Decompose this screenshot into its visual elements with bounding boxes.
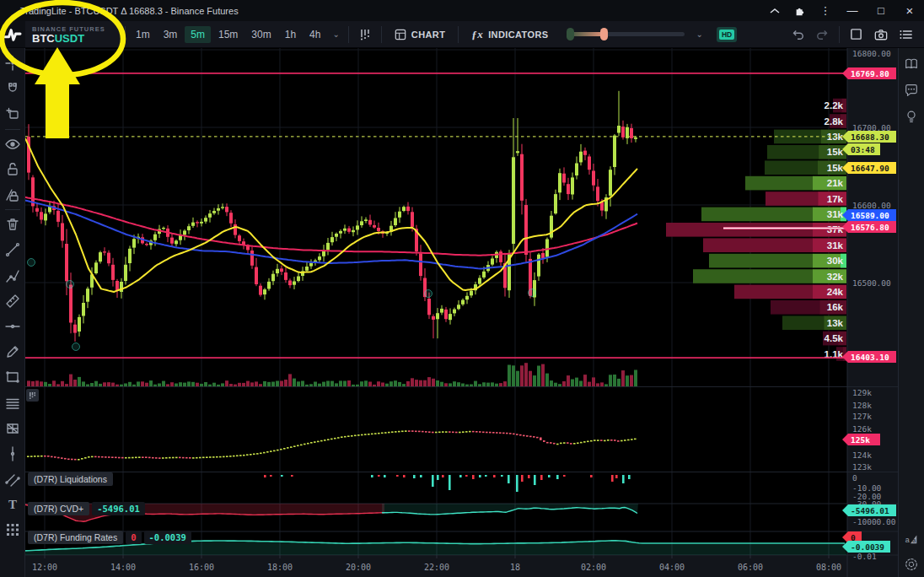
oi-pane-icon[interactable] [26,389,39,402]
browser-menu-icon[interactable]: ⋮ [813,0,838,21]
chat-icon[interactable] [899,77,924,103]
lightbulb-icon[interactable] [899,103,924,129]
timeframe-dropdown-chevron-icon[interactable]: ⌄ [327,30,344,39]
svg-text:0: 0 [851,533,856,542]
web-icon[interactable] [899,551,924,577]
tradinglite-app-window: TradingLite - BTCUSDT Δ 16688.3 - Binanc… [0,0,924,577]
symbol-selector[interactable]: BINANCE FUTURES BTCUSDT [25,25,121,44]
window-maximize-button[interactable]: □ [867,0,895,21]
tradinglite-logo[interactable] [0,21,25,47]
ruler-icon[interactable] [0,288,25,314]
timeframe-30m[interactable]: 30m [245,26,277,43]
redo-icon[interactable] [810,21,835,47]
svg-text:-5496.01: -5496.01 [851,506,889,515]
svg-text:16769.80: 16769.80 [851,69,889,78]
object-tree-settings-icon[interactable] [894,21,919,47]
horizontal-line-icon[interactable] [0,314,25,339]
right-sidebar-rail: aa [898,47,924,577]
book-icon[interactable] [899,51,924,77]
parallel-lines-icon[interactable] [0,390,25,415]
svg-text:31k: 31k [827,240,844,251]
svg-text:16k: 16k [827,302,844,312]
liquidations-pane-header[interactable]: (D7R) Liquidations [28,472,113,486]
svg-text:37k: 37k [827,224,844,235]
svg-text:18:00: 18:00 [267,563,293,572]
trend-line-icon[interactable] [0,237,25,262]
svg-text:16:00: 16:00 [189,563,214,572]
timeframe-5m[interactable]: 5m [185,26,211,43]
svg-text:12:00: 12:00 [32,563,57,572]
drawing-tools-rail: T [0,47,25,577]
svg-text:16403.10: 16403.10 [851,353,889,362]
cvd-pane-header[interactable]: (D7R) CVD+ -5496.01 [28,502,145,515]
eye-icon[interactable] [0,132,25,157]
slider-handle-low[interactable] [567,28,574,40]
svg-text:128k: 128k [852,401,872,410]
window-title: TradingLite - BTCUSDT Δ 16688.3 - Binanc… [0,6,239,16]
crosshair-icon[interactable] [0,51,25,76]
fullscreen-icon[interactable] [843,21,868,47]
timeframe-15m[interactable]: 15m [212,26,244,43]
chevron-up-icon[interactable] [762,0,787,21]
timeframe-bar: 1m3m5m15m30m1h4h [129,26,327,43]
divider [125,26,126,43]
svg-text:22:00: 22:00 [424,563,449,572]
svg-text:02:00: 02:00 [581,563,606,572]
magnet-icon[interactable] [0,76,25,101]
timeframe-4h[interactable]: 4h [304,26,326,43]
titlebar-controls: ⋮ — □ × [762,0,924,21]
divider [5,129,20,130]
svg-text:15k: 15k [827,163,844,173]
funding-pane-header[interactable]: (D7R) Funding Rates 0 -0.0039 [28,531,191,544]
screenshot-camera-icon[interactable] [868,21,894,47]
rectangle-icon[interactable] [0,364,25,390]
chart-toolbar: BINANCE FUTURES BTCUSDT 1m3m5m15m30m1h4h… [0,21,924,48]
toolbar-right-cluster [785,21,924,47]
svg-text:30k: 30k [827,256,844,266]
hd-toggle-button[interactable]: HD [717,27,737,42]
cvd-pane-value: -5496.01 [92,502,145,515]
undo-icon[interactable] [785,21,810,47]
pitchfork-icon[interactable] [0,263,25,288]
window-close-button[interactable]: × [895,0,924,21]
svg-text:16576.80: 16576.80 [851,223,889,232]
cvd-pane-label: (D7R) CVD+ [28,502,89,515]
svg-text:126k: 126k [852,424,872,434]
text-tool-icon[interactable]: T [0,492,25,517]
slider-handle-high[interactable] [600,28,608,40]
vertical-line-icon[interactable] [0,441,25,466]
svg-text:127k: 127k [852,412,872,421]
chart-button[interactable]: CHART [385,21,455,47]
main-chart[interactable]: 2.2k2.8k13k15k15k21k17k31k37k31k30k32k24… [0,47,924,577]
unlock-icon[interactable] [0,157,25,182]
brush-icon[interactable] [0,339,25,364]
svg-text:125k: 125k [851,435,870,445]
volume-profile-tool-icon[interactable] [352,21,378,47]
alert-add-icon[interactable] [0,101,25,127]
timeframe-1m[interactable]: 1m [130,26,156,43]
parallel-channel-icon[interactable] [0,466,25,492]
svg-text:-10000.00: -10000.00 [852,517,896,526]
extensions-puzzle-icon[interactable] [787,0,813,21]
slider-dropdown-chevron-icon[interactable]: ⌄ [691,30,708,39]
more-tools-icon[interactable] [0,517,25,542]
text-size-icon[interactable]: aa [899,525,924,551]
trash-icon[interactable] [0,212,25,237]
window-titlebar: TradingLite - BTCUSDT Δ 16688.3 - Binanc… [0,0,924,21]
divider [348,26,349,43]
svg-text:18: 18 [510,563,520,572]
svg-text:-0.01: -0.01 [852,552,877,561]
gann-box-icon[interactable] [0,416,25,441]
funding-pane-label: (D7R) Funding Rates [28,531,123,544]
indicators-button[interactable]: ƒx INDICATORS [462,21,557,47]
drawing-lock-icon[interactable] [0,182,25,208]
slider-track[interactable] [567,32,685,36]
heatmap-intensity-slider[interactable] [567,32,685,36]
svg-text:17k: 17k [827,194,844,204]
timeframe-1h[interactable]: 1h [279,26,302,43]
svg-text:06:00: 06:00 [738,563,763,572]
svg-text:04:00: 04:00 [659,563,685,572]
window-minimize-button[interactable]: — [838,0,867,21]
timeframe-3m[interactable]: 3m [158,26,184,43]
svg-text:32k: 32k [827,272,844,282]
